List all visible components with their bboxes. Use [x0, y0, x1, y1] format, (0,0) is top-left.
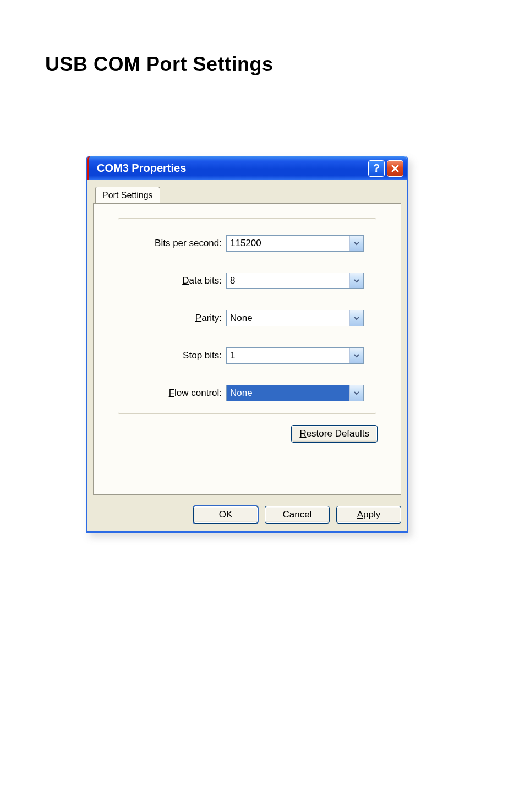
row-flow-control: Flow control: None: [130, 385, 364, 401]
combo-data-bits-value: 8: [227, 273, 349, 288]
ok-button-label: OK: [219, 509, 233, 520]
help-button[interactable]: ?: [368, 160, 385, 177]
chevron-down-icon: [349, 385, 363, 401]
cancel-button[interactable]: Cancel: [265, 506, 330, 524]
combo-flow-control-value: None: [227, 385, 349, 401]
close-icon: [391, 164, 400, 173]
titlebar-title: COM3 Properties: [97, 162, 366, 175]
combo-parity-value: None: [227, 310, 349, 326]
cancel-button-label: Cancel: [283, 509, 312, 520]
label-data-bits: Data bits:: [182, 275, 222, 286]
close-button[interactable]: [387, 160, 403, 177]
port-settings-group: Bits per second: 115200 Data bits:: [118, 218, 376, 414]
tab-port-settings[interactable]: Port Settings: [95, 187, 160, 204]
combo-stop-bits[interactable]: 1: [226, 347, 364, 364]
chevron-down-icon: [349, 310, 363, 326]
combo-bits-per-second[interactable]: 115200: [226, 235, 364, 252]
apply-button[interactable]: Apply: [336, 506, 401, 524]
row-stop-bits: Stop bits: 1: [130, 347, 364, 364]
combo-flow-control[interactable]: None: [226, 385, 364, 401]
chevron-down-icon: [349, 348, 363, 363]
row-parity: Parity: None: [130, 310, 364, 326]
label-bits-per-second: Bits per second:: [155, 238, 222, 249]
label-flow-control: Flow control:: [169, 388, 222, 399]
chevron-down-icon: [349, 236, 363, 251]
combo-parity[interactable]: None: [226, 310, 364, 326]
combo-data-bits[interactable]: 8: [226, 273, 364, 289]
tab-strip: Port Settings: [95, 186, 401, 203]
row-data-bits: Data bits: 8: [130, 273, 364, 289]
titlebar: COM3 Properties ?: [88, 156, 407, 180]
help-icon: ?: [373, 162, 380, 175]
dialog-button-row: OK Cancel Apply: [88, 499, 407, 531]
dialog-client: Port Settings Bits per second: 115200: [88, 180, 407, 499]
restore-defaults-row: Restore Defaults: [105, 425, 390, 443]
com-properties-dialog: COM3 Properties ? Port Settings: [86, 156, 408, 533]
tab-port-settings-label: Port Settings: [102, 190, 153, 200]
chevron-down-icon: [349, 273, 363, 288]
label-parity: Parity:: [195, 313, 222, 324]
tab-pane-port-settings: Bits per second: 115200 Data bits:: [93, 203, 401, 495]
ok-button[interactable]: OK: [193, 506, 258, 524]
page-heading: USB COM Port Settings: [45, 53, 525, 76]
row-bits-per-second: Bits per second: 115200: [130, 235, 364, 252]
restore-defaults-button[interactable]: Restore Defaults: [291, 425, 378, 443]
combo-bits-per-second-value: 115200: [227, 236, 349, 251]
combo-stop-bits-value: 1: [227, 348, 349, 363]
label-stop-bits: Stop bits:: [183, 350, 222, 361]
